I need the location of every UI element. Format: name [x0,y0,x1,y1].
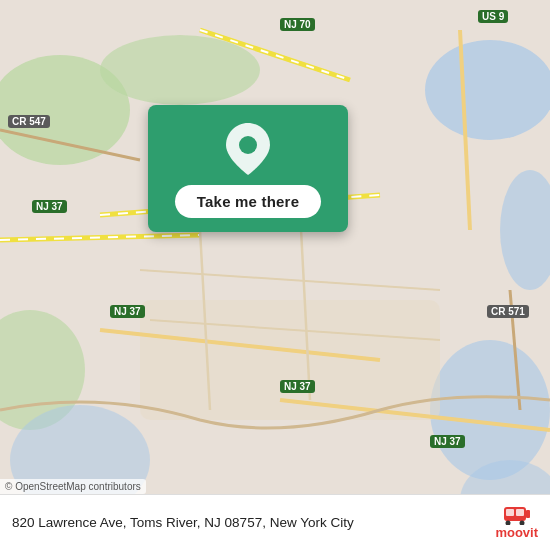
take-me-there-card: Take me there [148,105,348,232]
moovit-logo: moovit [495,505,538,540]
map-roads [0,0,550,550]
svg-point-2 [425,40,550,140]
svg-rect-27 [516,509,524,516]
attribution: © OpenStreetMap contributors [0,479,146,494]
svg-point-3 [500,170,550,290]
location-pin-icon [226,123,270,175]
road-label-nj37-left: NJ 37 [32,200,67,213]
road-label-cr547: CR 547 [8,115,50,128]
map-container: NJ 70 US 9 CR 547 NJ 70 NJ 37 NJ 37 NJ 3… [0,0,550,550]
svg-point-6 [430,340,550,480]
svg-point-1 [100,35,260,105]
svg-line-22 [140,270,440,290]
road-label-nj70-top: NJ 70 [280,18,315,31]
road-label-nj37-mid: NJ 37 [110,305,145,318]
moovit-bus-icon [503,505,531,525]
road-label-nj37-far: NJ 37 [430,435,465,448]
road-label-nj37-right: NJ 37 [280,380,315,393]
svg-rect-26 [506,509,514,516]
road-label-us9: US 9 [478,10,508,23]
moovit-label: moovit [495,525,538,540]
take-me-there-button[interactable]: Take me there [175,185,321,218]
info-bar: 820 Lawrence Ave, Toms River, NJ 08757, … [0,494,550,550]
svg-point-24 [239,136,257,154]
road-label-cr571: CR 571 [487,305,529,318]
address-text: 820 Lawrence Ave, Toms River, NJ 08757, … [12,514,354,532]
svg-rect-30 [526,510,530,518]
